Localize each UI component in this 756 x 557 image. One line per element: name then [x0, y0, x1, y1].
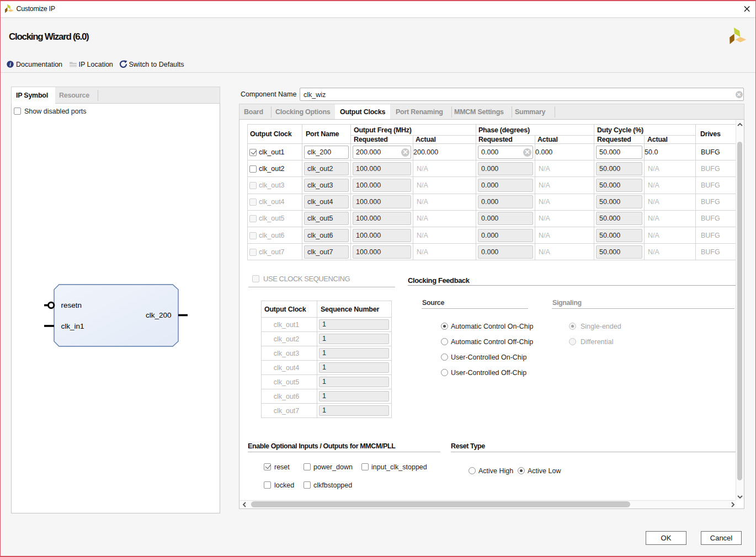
svg-text:i: i [9, 61, 11, 67]
svg-text:clk_200: clk_200 [146, 311, 172, 319]
svg-text:clk_in1: clk_in1 [61, 322, 84, 330]
svg-text:resetn: resetn [61, 301, 82, 309]
